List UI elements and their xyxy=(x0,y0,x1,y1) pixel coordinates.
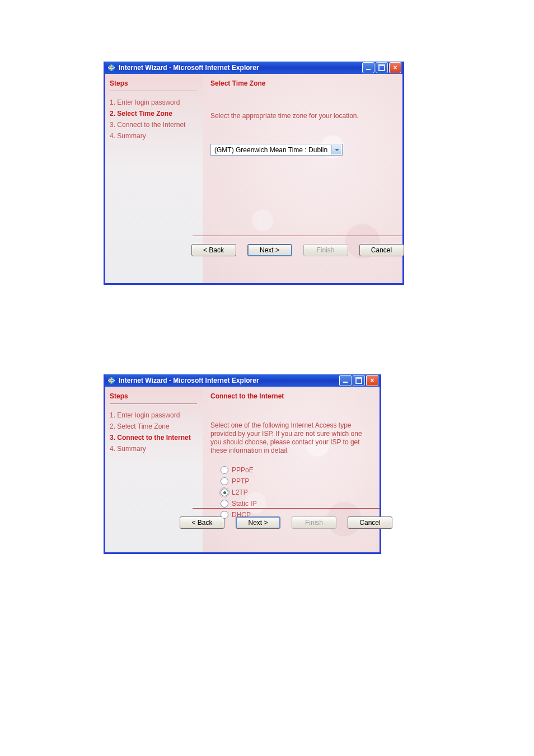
radio-icon xyxy=(221,477,228,485)
close-button[interactable]: × xyxy=(366,375,378,386)
timezone-value: (GMT) Greenwich Mean Time : Dublin xyxy=(211,146,331,154)
wizard-footer: < Back Next > Finish Cancel xyxy=(193,236,402,256)
sidebar-title: Steps xyxy=(110,79,197,87)
step-item: 2. Select Time Zone xyxy=(110,108,197,119)
radio-label: PPPoE xyxy=(232,466,254,474)
timezone-select[interactable]: (GMT) Greenwich Mean Time : Dublin xyxy=(210,144,343,156)
steps-sidebar: Steps 1. Enter login password 2. Select … xyxy=(105,74,203,283)
radio-dhcp[interactable]: DHCP xyxy=(221,511,372,519)
step-item: 4. Summary xyxy=(110,130,197,142)
wizard-window-timezone: Internet Wizard - Microsoft Internet Exp… xyxy=(104,62,404,285)
radio-icon xyxy=(221,489,228,496)
access-type-group: PPPoE PPTP L2TP Static IP xyxy=(221,466,372,519)
ie-icon xyxy=(107,64,115,72)
step-item: 3. Connect to the Internet xyxy=(110,119,197,130)
titlebar[interactable]: Internet Wizard - Microsoft Internet Exp… xyxy=(105,374,380,387)
step-item: 3. Connect to the Internet xyxy=(110,432,197,443)
page-title: Select Time Zone xyxy=(210,79,395,87)
radio-label: DHCP xyxy=(232,511,251,519)
next-button[interactable]: Next > xyxy=(247,244,292,256)
radio-icon xyxy=(221,500,228,508)
finish-button: Finish xyxy=(303,244,348,256)
step-item: 2. Select Time Zone xyxy=(110,421,197,432)
radio-label: PPTP xyxy=(232,477,249,485)
minimize-button[interactable] xyxy=(339,375,352,386)
cancel-button[interactable]: Cancel xyxy=(359,244,404,256)
radio-static-ip[interactable]: Static IP xyxy=(221,500,372,508)
titlebar[interactable]: Internet Wizard - Microsoft Internet Exp… xyxy=(105,62,402,74)
chevron-down-icon[interactable] xyxy=(331,145,341,154)
back-button[interactable]: < Back xyxy=(180,516,224,529)
minimize-button[interactable] xyxy=(362,62,374,73)
page-description: Select one of the following Internet Acc… xyxy=(210,421,372,455)
radio-l2tp[interactable]: L2TP xyxy=(221,489,372,496)
step-item: 1. Enter login password xyxy=(110,410,197,421)
page-title: Connect to the Internet xyxy=(210,392,372,400)
maximize-button[interactable] xyxy=(376,62,388,73)
radio-icon xyxy=(221,466,228,474)
close-button[interactable]: × xyxy=(389,62,401,73)
maximize-button[interactable] xyxy=(353,375,365,386)
step-item: 4. Summary xyxy=(110,443,197,454)
radio-label: L2TP xyxy=(232,489,248,496)
radio-label: Static IP xyxy=(232,500,257,508)
ie-icon xyxy=(107,377,115,384)
wizard-window-connect: Internet Wizard - Microsoft Internet Exp… xyxy=(104,374,381,554)
sidebar-title: Steps xyxy=(110,392,197,400)
radio-icon xyxy=(221,511,228,519)
radio-pptp[interactable]: PPTP xyxy=(221,477,372,485)
window-title: Internet Wizard - Microsoft Internet Exp… xyxy=(119,377,338,384)
window-title: Internet Wizard - Microsoft Internet Exp… xyxy=(119,64,361,72)
page-description: Select the appropriate time zone for you… xyxy=(210,112,395,120)
radio-pppoe[interactable]: PPPoE xyxy=(221,466,372,474)
step-item: 1. Enter login password xyxy=(110,97,197,108)
back-button[interactable]: < Back xyxy=(191,244,236,256)
